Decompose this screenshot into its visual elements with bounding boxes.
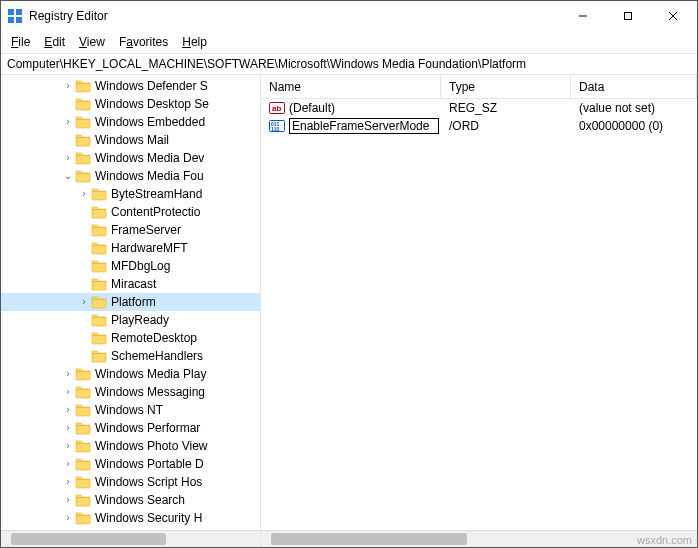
tree-item[interactable]: Windows Desktop Se: [1, 95, 260, 113]
tree-item-label: Windows Photo View: [95, 439, 208, 453]
menu-edit[interactable]: Edit: [38, 33, 71, 51]
tree-item[interactable]: ContentProtectio: [1, 203, 260, 221]
tree-item[interactable]: PlayReady: [1, 311, 260, 329]
value-data: (value not set): [571, 101, 697, 115]
chevron-right-icon[interactable]: ›: [77, 295, 91, 309]
tree-item-label: Windows NT: [95, 403, 163, 417]
tree-item[interactable]: ›Windows Security H: [1, 509, 260, 527]
chevron-right-icon[interactable]: ›: [61, 403, 75, 417]
tree-item-label: Windows Performar: [95, 421, 200, 435]
list-row[interactable]: ab(Default)REG_SZ(value not set): [261, 99, 697, 117]
tree-item[interactable]: ›Windows Portable D: [1, 455, 260, 473]
folder-icon: [75, 114, 91, 130]
folder-icon: [75, 456, 91, 472]
tree-item-label: Windows Search: [95, 493, 185, 507]
chevron-right-icon[interactable]: ›: [77, 187, 91, 201]
tree-horizontal-scrollbar[interactable]: [1, 530, 260, 547]
menu-help[interactable]: Help: [176, 33, 213, 51]
maximize-button[interactable]: [605, 1, 650, 31]
chevron-right-icon[interactable]: ›: [61, 421, 75, 435]
chevron-right-icon[interactable]: ›: [61, 79, 75, 93]
close-button[interactable]: [650, 1, 695, 31]
string-value-icon: ab: [269, 100, 285, 116]
tree-item[interactable]: ›Windows Performar: [1, 419, 260, 437]
tree-item[interactable]: ›Windows Defender S: [1, 77, 260, 95]
tree-item[interactable]: ›Windows Search: [1, 491, 260, 509]
menubar: File Edit View Favorites Help: [1, 31, 697, 53]
chevron-down-icon[interactable]: ⌄: [61, 169, 75, 183]
tree-item[interactable]: ›Windows Media Play: [1, 365, 260, 383]
tree-item[interactable]: ›Platform: [1, 293, 260, 311]
column-header-data[interactable]: Data: [571, 75, 697, 98]
folder-icon: [75, 474, 91, 490]
folder-icon: [75, 96, 91, 112]
chevron-right-icon[interactable]: ›: [61, 457, 75, 471]
tree-item-label: Windows Desktop Se: [95, 97, 209, 111]
folder-icon: [75, 384, 91, 400]
folder-icon: [91, 276, 107, 292]
menu-file[interactable]: File: [5, 33, 36, 51]
tree-item-label: Windows Defender S: [95, 79, 208, 93]
value-name-edit-input[interactable]: [289, 118, 439, 134]
window-title: Registry Editor: [29, 9, 560, 23]
tree-item[interactable]: ›Windows NT: [1, 401, 260, 419]
list-horizontal-scrollbar[interactable]: [261, 530, 697, 547]
tree-item-label: RemoteDesktop: [111, 331, 197, 345]
value-type: REG_SZ: [441, 101, 571, 115]
column-header-type[interactable]: Type: [441, 75, 571, 98]
menu-favorites[interactable]: Favorites: [113, 33, 174, 51]
app-icon: [7, 8, 23, 24]
tree-item[interactable]: ›Windows Script Hos: [1, 473, 260, 491]
tree-item[interactable]: ⌄Windows Media Fou: [1, 167, 260, 185]
folder-icon: [75, 168, 91, 184]
tree-pane: ›Windows Defender SWindows Desktop Se›Wi…: [1, 75, 261, 547]
address-bar[interactable]: Computer\HKEY_LOCAL_MACHINE\SOFTWARE\Mic…: [1, 53, 697, 75]
window-titlebar: Registry Editor: [1, 1, 697, 31]
list-pane: Name Type Data ab(Default)REG_SZ(value n…: [261, 75, 697, 547]
tree-item-label: Windows Media Fou: [95, 169, 204, 183]
folder-icon: [91, 222, 107, 238]
folder-icon: [91, 312, 107, 328]
tree-item-label: Miracast: [111, 277, 156, 291]
chevron-right-icon[interactable]: ›: [61, 493, 75, 507]
chevron-right-icon[interactable]: ›: [61, 115, 75, 129]
folder-icon: [75, 150, 91, 166]
chevron-right-icon[interactable]: ›: [61, 511, 75, 525]
folder-icon: [91, 348, 107, 364]
tree-item[interactable]: ›ByteStreamHand: [1, 185, 260, 203]
tree-item[interactable]: Windows Mail: [1, 131, 260, 149]
svg-rect-1: [16, 9, 22, 15]
folder-icon: [91, 294, 107, 310]
svg-rect-3: [16, 17, 22, 23]
folder-icon: [91, 258, 107, 274]
tree-item[interactable]: FrameServer: [1, 221, 260, 239]
minimize-button[interactable]: [560, 1, 605, 31]
column-header-name[interactable]: Name: [261, 75, 441, 98]
tree-item-label: ByteStreamHand: [111, 187, 202, 201]
tree-item[interactable]: SchemeHandlers: [1, 347, 260, 365]
svg-rect-2: [8, 17, 14, 23]
tree-item[interactable]: HardwareMFT: [1, 239, 260, 257]
chevron-right-icon[interactable]: ›: [61, 367, 75, 381]
tree-item[interactable]: Miracast: [1, 275, 260, 293]
dword-value-icon: 011110: [269, 118, 285, 134]
folder-icon: [91, 186, 107, 202]
tree-item[interactable]: ›Windows Photo View: [1, 437, 260, 455]
tree-item[interactable]: MFDbgLog: [1, 257, 260, 275]
tree-item[interactable]: ›Windows Media Dev: [1, 149, 260, 167]
svg-rect-0: [8, 9, 14, 15]
tree-item-label: Platform: [111, 295, 156, 309]
list-row[interactable]: 011110/ORD0x00000000 (0): [261, 117, 697, 135]
tree-item-label: Windows Portable D: [95, 457, 204, 471]
tree-item[interactable]: RemoteDesktop: [1, 329, 260, 347]
chevron-right-icon[interactable]: ›: [61, 385, 75, 399]
chevron-right-icon[interactable]: ›: [61, 475, 75, 489]
tree-item-label: SchemeHandlers: [111, 349, 203, 363]
folder-icon: [75, 132, 91, 148]
menu-view[interactable]: View: [73, 33, 111, 51]
chevron-right-icon[interactable]: ›: [61, 439, 75, 453]
folder-icon: [91, 330, 107, 346]
tree-item[interactable]: ›Windows Messaging: [1, 383, 260, 401]
chevron-right-icon[interactable]: ›: [61, 151, 75, 165]
tree-item[interactable]: ›Windows Embedded: [1, 113, 260, 131]
